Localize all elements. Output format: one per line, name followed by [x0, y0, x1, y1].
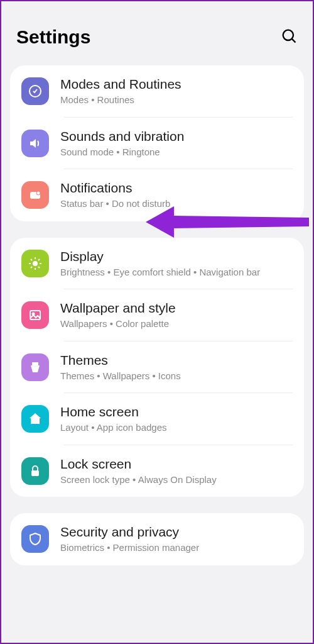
item-text: Sounds and vibration Sound mode • Ringto…	[60, 129, 293, 158]
item-title: Security and privacy	[60, 525, 293, 540]
item-title: Display	[60, 249, 293, 264]
home-icon	[21, 405, 49, 433]
modes-icon	[21, 77, 49, 105]
item-title: Wallpaper and style	[60, 301, 293, 316]
settings-item-themes[interactable]: Themes Themes • Wallpapers • Icons	[10, 341, 304, 394]
item-text: Lock screen Screen lock type • Always On…	[60, 457, 293, 486]
svg-line-13	[38, 259, 40, 260]
settings-group: Modes and Routines Modes • Routines Soun…	[10, 65, 304, 221]
settings-item-security-and-privacy[interactable]: Security and privacy Biometrics • Permis…	[10, 513, 304, 565]
item-sub: Status bar • Do not disturb	[60, 197, 293, 210]
item-sub: Modes • Routines	[60, 94, 293, 106]
svg-rect-16	[31, 470, 39, 476]
settings-group: Display Brightness • Eye comfort shield …	[10, 238, 304, 497]
wallpaper-icon	[21, 301, 49, 329]
item-text: Wallpaper and style Wallpapers • Color p…	[60, 301, 293, 330]
settings-item-display[interactable]: Display Brightness • Eye comfort shield …	[10, 238, 304, 290]
search-icon	[280, 27, 298, 45]
search-button[interactable]	[280, 27, 298, 47]
item-title: Notifications	[60, 180, 293, 196]
settings-item-lock-screen[interactable]: Lock screen Screen lock type • Always On…	[10, 445, 304, 497]
svg-line-11	[38, 267, 40, 268]
shield-icon	[21, 525, 49, 553]
themes-icon	[21, 353, 49, 381]
svg-line-10	[31, 259, 32, 260]
sound-icon	[21, 130, 49, 157]
svg-line-12	[31, 267, 32, 268]
item-text: Themes Themes • Wallpapers • Icons	[60, 353, 293, 382]
svg-point-5	[33, 261, 38, 266]
item-title: Themes	[60, 353, 293, 368]
lock-icon	[21, 457, 49, 485]
svg-line-1	[292, 39, 296, 43]
header: Settings	[1, 1, 313, 65]
settings-item-sounds-and-vibration[interactable]: Sounds and vibration Sound mode • Ringto…	[10, 118, 304, 170]
notifications-icon	[21, 181, 49, 209]
item-title: Modes and Routines	[60, 77, 293, 92]
page-title: Settings	[16, 26, 90, 48]
item-text: Home screen Layout • App icon badges	[60, 404, 293, 434]
item-sub: Sound mode • Ringtone	[60, 146, 293, 158]
settings-group: Security and privacy Biometrics • Permis…	[10, 513, 304, 565]
display-icon	[21, 250, 49, 277]
item-text: Notifications Status bar • Do not distur…	[60, 180, 293, 210]
svg-point-4	[36, 191, 40, 195]
item-text: Modes and Routines Modes • Routines	[60, 77, 293, 106]
settings-item-home-screen[interactable]: Home screen Layout • App icon badges	[10, 393, 304, 445]
item-sub: Screen lock type • Always On Display	[60, 474, 293, 486]
item-text: Security and privacy Biometrics • Permis…	[60, 525, 293, 554]
svg-rect-14	[30, 311, 40, 319]
item-title: Sounds and vibration	[60, 129, 293, 144]
settings-item-wallpaper-and-style[interactable]: Wallpaper and style Wallpapers • Color p…	[10, 289, 304, 341]
item-sub: Wallpapers • Color palette	[60, 318, 293, 330]
item-sub: Biometrics • Permission manager	[60, 541, 293, 554]
settings-item-notifications[interactable]: Notifications Status bar • Do not distur…	[10, 169, 304, 221]
item-sub: Themes • Wallpapers • Icons	[60, 370, 293, 382]
svg-point-0	[283, 30, 293, 40]
item-title: Lock screen	[60, 457, 293, 472]
settings-item-modes-and-routines[interactable]: Modes and Routines Modes • Routines	[10, 65, 304, 118]
item-title: Home screen	[60, 404, 293, 419]
item-text: Display Brightness • Eye comfort shield …	[60, 249, 293, 279]
item-sub: Layout • App icon badges	[60, 421, 293, 434]
item-sub: Brightness • Eye comfort shield • Naviga…	[60, 266, 293, 279]
